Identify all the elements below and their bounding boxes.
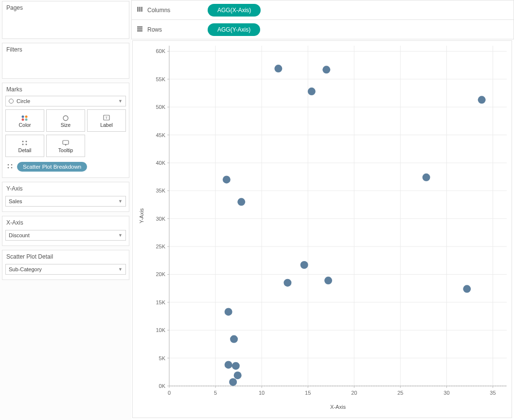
svg-point-7 bbox=[22, 141, 24, 142]
svg-text:30K: 30K bbox=[156, 216, 165, 222]
svg-rect-20 bbox=[137, 28, 142, 30]
svg-text:5K: 5K bbox=[159, 355, 166, 361]
svg-text:55K: 55K bbox=[156, 76, 165, 82]
mark-type-dropdown[interactable]: Circle ▼ bbox=[5, 96, 126, 106]
svg-point-95 bbox=[234, 371, 242, 379]
param-xaxis-card: X-Axis Discount ▼ bbox=[2, 216, 129, 246]
svg-point-1 bbox=[25, 116, 28, 118]
param-detail-card: Scatter Plot Detail Sub-Category ▼ bbox=[2, 250, 129, 280]
detail-icon bbox=[20, 139, 29, 147]
columns-icon bbox=[137, 6, 143, 14]
marks-detail-button[interactable]: Detail bbox=[5, 135, 44, 157]
svg-point-100 bbox=[301, 261, 308, 269]
columns-label: Columns bbox=[147, 7, 170, 14]
svg-text:40K: 40K bbox=[156, 160, 165, 166]
svg-text:20: 20 bbox=[351, 390, 357, 396]
svg-point-10 bbox=[26, 144, 27, 145]
svg-point-102 bbox=[322, 66, 330, 73]
svg-point-101 bbox=[308, 88, 316, 95]
detail-small-icon bbox=[6, 163, 14, 171]
svg-point-3 bbox=[25, 119, 28, 121]
color-icon bbox=[20, 113, 29, 122]
svg-point-13 bbox=[11, 164, 13, 165]
rows-icon bbox=[137, 26, 143, 33]
mark-type-label: Circle bbox=[17, 98, 30, 104]
svg-text:45K: 45K bbox=[156, 132, 165, 138]
svg-text:X-Axis: X-Axis bbox=[330, 404, 346, 410]
svg-rect-19 bbox=[137, 26, 142, 28]
svg-point-99 bbox=[284, 279, 291, 287]
svg-point-12 bbox=[8, 164, 9, 165]
svg-text:25: 25 bbox=[397, 390, 403, 396]
chart-area[interactable]: 0K5K10K15K20K25K30K35K40K45K50K55K60K051… bbox=[132, 40, 512, 418]
svg-point-92 bbox=[230, 335, 238, 343]
svg-text:20K: 20K bbox=[156, 271, 165, 277]
param-detail-value: Sub-Category bbox=[9, 266, 42, 272]
svg-text:0: 0 bbox=[168, 390, 171, 396]
svg-text:25K: 25K bbox=[156, 244, 165, 249]
circle-icon bbox=[9, 99, 14, 104]
svg-point-8 bbox=[26, 141, 27, 142]
filters-title: Filters bbox=[2, 43, 129, 56]
pages-title: Pages bbox=[2, 1, 129, 14]
svg-text:10K: 10K bbox=[156, 327, 165, 333]
marks-tooltip-button[interactable]: Tooltip bbox=[46, 135, 85, 157]
param-xaxis-value: Discount bbox=[9, 232, 30, 238]
svg-text:35: 35 bbox=[490, 390, 496, 396]
chevron-down-icon: ▼ bbox=[118, 99, 123, 104]
svg-point-14 bbox=[8, 167, 9, 168]
svg-point-103 bbox=[324, 277, 332, 284]
marks-detail-label: Detail bbox=[18, 147, 32, 153]
param-yaxis-dropdown[interactable]: Sales ▼ bbox=[5, 196, 126, 207]
svg-point-2 bbox=[22, 119, 24, 121]
marks-label-label: Label bbox=[100, 122, 113, 128]
svg-point-9 bbox=[22, 144, 24, 145]
svg-point-96 bbox=[229, 378, 237, 386]
svg-text:T: T bbox=[106, 116, 108, 120]
svg-text:15K: 15K bbox=[156, 299, 165, 305]
rows-pill[interactable]: AGG(Y-Axis) bbox=[208, 23, 260, 36]
rows-shelf[interactable]: Rows AGG(Y-Axis) bbox=[131, 19, 514, 39]
svg-text:Y-Axis: Y-Axis bbox=[139, 208, 144, 223]
marks-color-label: Color bbox=[18, 122, 31, 128]
param-yaxis-value: Sales bbox=[9, 198, 22, 204]
svg-rect-16 bbox=[137, 7, 139, 12]
svg-text:60K: 60K bbox=[156, 48, 165, 54]
param-xaxis-dropdown[interactable]: Discount ▼ bbox=[5, 230, 126, 241]
svg-text:10: 10 bbox=[259, 390, 265, 396]
columns-shelf[interactable]: Columns AGG(X-Axis) bbox=[131, 0, 514, 19]
svg-point-0 bbox=[22, 116, 24, 118]
detail-pill[interactable]: Scatter Plot Breakdown bbox=[17, 162, 87, 172]
param-yaxis-card: Y-Axis Sales ▼ bbox=[2, 182, 129, 212]
pages-shelf[interactable]: Pages bbox=[2, 1, 129, 39]
marks-label-button[interactable]: T Label bbox=[87, 109, 126, 132]
tooltip-icon bbox=[61, 139, 70, 147]
svg-point-91 bbox=[225, 308, 232, 315]
svg-point-4 bbox=[63, 116, 68, 121]
shelves: Columns AGG(X-Axis) Rows AGG(Y-Axis) bbox=[131, 0, 514, 39]
columns-pill[interactable]: AGG(X-Axis) bbox=[208, 4, 261, 17]
svg-text:0K: 0K bbox=[159, 383, 166, 389]
param-detail-title: Scatter Plot Detail bbox=[2, 250, 129, 263]
svg-rect-11 bbox=[63, 140, 69, 144]
marks-title: Marks bbox=[2, 83, 129, 96]
svg-rect-17 bbox=[139, 7, 141, 12]
scatter-plot: 0K5K10K15K20K25K30K35K40K45K50K55K60K051… bbox=[133, 41, 512, 418]
param-xaxis-title: X-Axis bbox=[2, 216, 129, 229]
marks-color-button[interactable]: Color bbox=[5, 109, 44, 132]
svg-point-15 bbox=[11, 167, 13, 168]
svg-text:15: 15 bbox=[305, 390, 311, 396]
svg-text:30: 30 bbox=[443, 390, 449, 396]
rows-label: Rows bbox=[147, 26, 162, 33]
marks-size-label: Size bbox=[61, 122, 71, 128]
marks-card: Marks Circle ▼ bbox=[2, 83, 129, 178]
filters-shelf[interactable]: Filters bbox=[2, 43, 129, 79]
param-detail-dropdown[interactable]: Sub-Category ▼ bbox=[5, 264, 126, 275]
main: Columns AGG(X-Axis) Rows AGG(Y-Axis) 0K5… bbox=[131, 0, 514, 420]
marks-size-button[interactable]: Size bbox=[46, 109, 85, 132]
svg-text:5: 5 bbox=[214, 390, 217, 396]
svg-point-93 bbox=[225, 361, 232, 368]
marks-tooltip-label: Tooltip bbox=[58, 147, 73, 153]
label-icon: T bbox=[102, 113, 111, 122]
svg-text:35K: 35K bbox=[156, 188, 165, 193]
